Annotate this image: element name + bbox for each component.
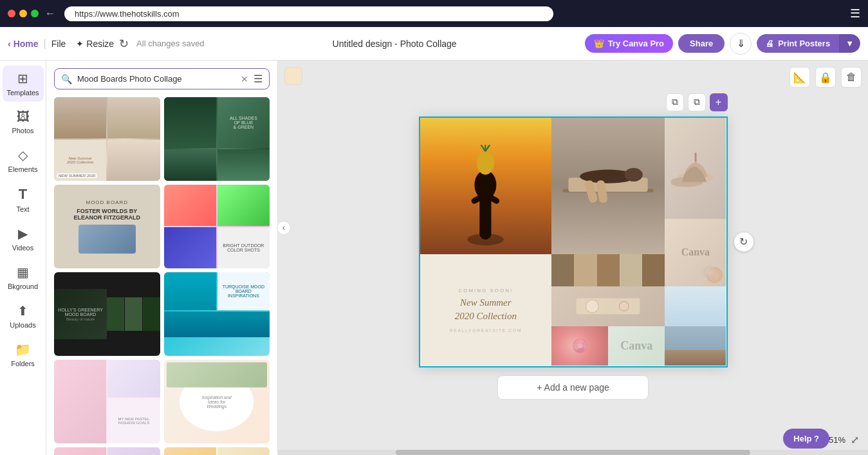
saved-status: All changes saved — [136, 39, 205, 48]
add-element-button[interactable]: + — [710, 93, 728, 111]
sidebar-label-elements: Elements — [8, 165, 38, 173]
filter-icon[interactable]: ☰ — [254, 73, 263, 85]
sidebar-label-uploads: Uploads — [10, 321, 35, 329]
copy-element-button[interactable]: ⧉ — [688, 93, 706, 111]
svg-point-20 — [620, 301, 629, 311]
template-item-6[interactable]: TURQUOISE MOODBOARD INSPIRATIONS — [164, 272, 270, 356]
nav-bar: ‹ Home | File ✦ Resize ↻ All changes sav… — [0, 27, 868, 60]
template-item-8[interactable]: Inspiration andIdeas forWeddings — [164, 360, 270, 443]
template-item-1[interactable]: New Summer2020 Collection NEW SUMMER 202… — [54, 97, 160, 181]
svg-point-5 — [477, 151, 494, 174]
resize-button[interactable]: ✦ Resize — [76, 39, 114, 49]
canvas-area: 📐 🔒 🗑 ⧉ ⧉ + — [278, 60, 868, 455]
template-item-4[interactable]: BRIGHT OUTDOORCOLOR SHOTS — [164, 185, 270, 268]
home-button[interactable]: ‹ Home — [8, 39, 39, 49]
minimize-button[interactable] — [19, 10, 27, 17]
color-swatch-preview[interactable] — [284, 67, 302, 85]
ruler-icon[interactable]: 📐 — [790, 67, 810, 88]
template-item-10[interactable] — [164, 447, 270, 455]
cell-shoes[interactable]: Canva — [665, 118, 726, 286]
template-item-2[interactable]: ALL SHADESOF BLUE& GREEN — [164, 97, 270, 181]
url-bar[interactable]: https://www.thehotskills.com — [64, 6, 553, 21]
print-button[interactable]: 🖨 Print Posters — [757, 34, 839, 53]
file-menu[interactable]: File — [51, 39, 66, 49]
folders-icon: 📁 — [15, 342, 31, 357]
text-icon: T — [19, 186, 27, 203]
crown-icon: 👑 — [594, 39, 604, 48]
menu-icon[interactable]: ☰ — [850, 6, 860, 21]
template-item-9[interactable] — [54, 447, 160, 455]
print-button-group: 🖨 Print Posters ▼ — [757, 34, 860, 53]
cell-beach-woman[interactable] — [551, 118, 665, 254]
duplicate-element-button[interactable]: ⧉ — [666, 93, 684, 111]
template-item-3[interactable]: MOOD BOARD FOSTER WORLDS BYELEANOR FITZG… — [54, 185, 160, 268]
horizontal-scrollbar[interactable] — [278, 450, 868, 455]
swatch-5[interactable] — [642, 254, 665, 286]
sidebar-item-elements[interactable]: ◇ Elements — [3, 142, 44, 178]
sidebar-label-videos: Videos — [12, 244, 33, 252]
sidebar-label-background: Bkground — [8, 283, 38, 290]
lock-icon[interactable]: 🔒 — [815, 67, 836, 88]
cell-text[interactable]: COMING SOON! New Summer2020 Collection R… — [420, 254, 552, 366]
title-bar: ← https://www.thehotskills.com ☰ — [0, 0, 868, 27]
templates-icon: ⊞ — [17, 71, 28, 86]
swatch-3[interactable] — [597, 254, 620, 286]
search-icon: 🔍 — [61, 74, 72, 84]
resize-icon: ✦ — [76, 39, 84, 49]
canvas-toolbar: 📐 🔒 🗑 — [790, 67, 862, 88]
nav-actions: 👑 Try Canva Pro Share ⇓ 🖨 Print Posters … — [585, 33, 860, 55]
undo-button[interactable]: ↻ — [119, 37, 129, 51]
sidebar-item-text[interactable]: T Text — [3, 181, 44, 218]
nav-divider: | — [44, 38, 46, 50]
close-button[interactable] — [8, 10, 15, 17]
maximize-button[interactable] — [31, 10, 39, 17]
swatch-2[interactable] — [574, 254, 596, 286]
sidebar-item-photos[interactable]: 🖼 Photos — [3, 104, 44, 140]
site-url: REALLYGREATSITE.COM — [450, 328, 522, 333]
trash-icon[interactable]: 🗑 — [841, 67, 862, 88]
zoom-level: 51% — [829, 435, 845, 445]
canvas-frame[interactable]: Canva COMING SOON! New Summer2020 Collec… — [419, 116, 728, 367]
download-button[interactable]: ⇓ — [730, 33, 752, 55]
photos-icon: 🖼 — [17, 109, 30, 124]
collapse-panel-button[interactable]: ‹ — [277, 221, 291, 235]
chevron-left-icon: ‹ — [8, 39, 11, 49]
cell-landscape[interactable] — [665, 286, 726, 366]
template-item-5[interactable]: HOLLY'S GREENERYMOOD BOARDBeauty of natu… — [54, 272, 160, 356]
try-pro-button[interactable]: 👑 Try Canva Pro — [585, 34, 673, 53]
cell-rose[interactable]: Canva — [551, 286, 665, 366]
sidebar-label-templates: Templates — [6, 89, 39, 97]
main-layout: ⊞ Templates 🖼 Photos ◇ Elements T Text ▶… — [0, 60, 868, 455]
sidebar-item-templates[interactable]: ⊞ Templates — [3, 66, 44, 102]
zoom-controls: 51% ⤢ — [829, 434, 859, 446]
help-button[interactable]: Help ? — [783, 429, 829, 449]
design-title: Untitled design - Photo Collage — [210, 39, 580, 49]
template-panel: 🔍 ✕ ☰ New Summer2020 Collection NEW SUMM… — [46, 60, 278, 455]
sidebar: ⊞ Templates 🖼 Photos ◇ Elements T Text ▶… — [0, 60, 46, 455]
sidebar-item-videos[interactable]: ▶ Videos — [3, 221, 44, 257]
search-input[interactable] — [77, 74, 235, 84]
swatch-4[interactable] — [620, 254, 642, 286]
sidebar-item-folders[interactable]: 📁 Folders — [3, 337, 44, 373]
svg-point-12 — [625, 167, 643, 181]
download-icon: ⇓ — [737, 37, 745, 50]
videos-icon: ▶ — [18, 226, 28, 241]
collection-title: New Summer2020 Collection — [455, 296, 517, 323]
template-item-7[interactable]: MY NEW PASTELFASHION GOALS — [54, 360, 160, 443]
print-icon: 🖨 — [766, 39, 774, 48]
back-button[interactable]: ← — [45, 8, 55, 19]
expand-icon[interactable]: ⤢ — [851, 434, 859, 446]
search-clear-button[interactable]: ✕ — [241, 74, 248, 84]
svg-point-19 — [586, 300, 599, 313]
sidebar-item-uploads[interactable]: ⬆ Uploads — [3, 298, 44, 334]
swatch-1[interactable] — [551, 254, 574, 286]
refresh-button[interactable]: ↻ — [734, 232, 753, 252]
sidebar-label-text: Text — [16, 205, 29, 213]
sidebar-item-background[interactable]: ▦ Bkground — [3, 259, 44, 295]
add-page-button[interactable]: + Add a new page — [497, 375, 649, 400]
cell-pineapple[interactable] — [420, 118, 552, 254]
canvas-container: ⧉ ⧉ + — [419, 116, 728, 367]
share-button[interactable]: Share — [678, 34, 725, 53]
elements-icon: ◇ — [18, 147, 28, 163]
print-dropdown-button[interactable]: ▼ — [839, 34, 860, 53]
